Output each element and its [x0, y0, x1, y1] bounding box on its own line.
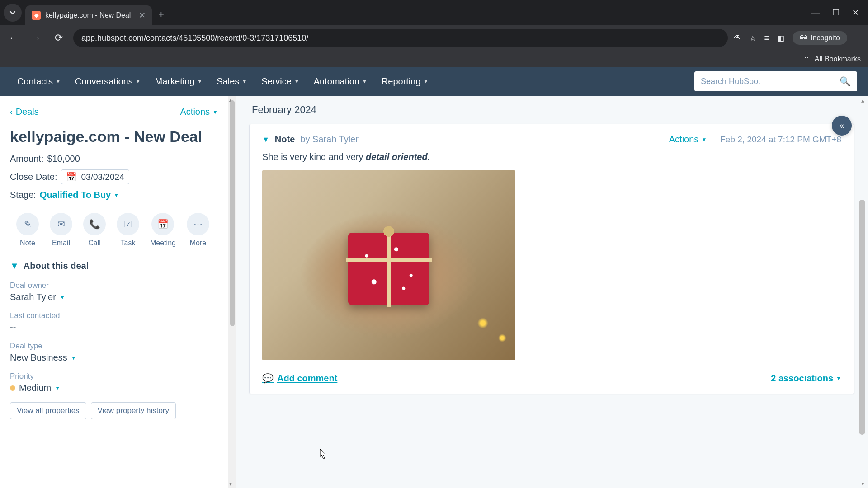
deal-actions-dropdown[interactable]: Actions ▼ — [180, 107, 218, 117]
nav-contacts[interactable]: Contacts▼ — [11, 73, 67, 90]
chevron-down-icon: ▼ — [362, 79, 367, 84]
deal-sidebar: ‹ Deals Actions ▼ kellypaige.com - New D… — [0, 96, 228, 488]
incognito-icon: 🕶 — [800, 34, 807, 42]
add-comment-link[interactable]: 💬 Add comment — [262, 373, 337, 384]
bookmark-star-icon[interactable]: ☆ — [750, 34, 756, 42]
scroll-down-icon: ▾ — [861, 480, 864, 487]
prop-label-lastcontacted: Last contacted — [10, 311, 218, 320]
chevron-down-icon: ▼ — [836, 375, 841, 381]
deal-amount: Amount: $10,000 — [10, 154, 218, 164]
search-icon[interactable]: 🔍 — [840, 76, 851, 87]
note-actions-dropdown[interactable]: Actions ▼ — [669, 134, 707, 145]
nav-service[interactable]: Service▼ — [255, 73, 306, 90]
tab-title: kellypaige.com - New Deal — [45, 11, 134, 19]
nav-automation[interactable]: Automation▼ — [307, 73, 373, 90]
nav-conversations[interactable]: Conversations▼ — [69, 73, 147, 90]
prop-value-lastcontacted: -- — [10, 322, 218, 333]
note-timestamp: Feb 2, 2024 at 7:12 PM GMT+8 — [720, 135, 841, 145]
app-navbar: Contacts▼ Conversations▼ Marketing▼ Sale… — [0, 67, 868, 96]
search-input[interactable] — [701, 77, 840, 86]
close-window-icon[interactable]: ✕ — [852, 8, 859, 18]
action-call[interactable]: 📞Call — [83, 213, 106, 247]
incognito-badge[interactable]: 🕶 Incognito — [793, 31, 847, 45]
action-more[interactable]: ⋯More — [187, 213, 209, 247]
minimize-icon[interactable]: — — [811, 8, 820, 18]
forward-button[interactable]: → — [28, 32, 44, 44]
collapse-panel-button[interactable]: « — [832, 116, 852, 136]
chevron-down-icon — [9, 9, 16, 16]
chevron-down-icon: ▼ — [71, 355, 76, 361]
prop-value-dealtype[interactable]: New Business▼ — [10, 352, 218, 363]
browser-menu-icon[interactable]: ⋮ — [855, 34, 863, 42]
note-type-label: Note — [275, 134, 295, 145]
month-header: February 2024 — [252, 104, 854, 116]
chevron-down-icon: ▼ — [212, 109, 218, 115]
deal-title: kellypaige.com - New Deal — [10, 128, 218, 145]
task-icon: ☑ — [124, 219, 132, 230]
playlist-icon[interactable]: ≡ — [764, 33, 769, 43]
chevron-down-icon: ▼ — [294, 79, 299, 84]
priority-dot-icon — [10, 385, 15, 391]
browser-tab[interactable]: ◆ kellypaige.com - New Deal ✕ — [25, 5, 152, 25]
all-bookmarks-link[interactable]: All Bookmarks — [815, 55, 861, 63]
maximize-icon[interactable]: ☐ — [832, 8, 840, 18]
scroll-down-icon: ▾ — [229, 481, 232, 487]
hubspot-favicon: ◆ — [32, 11, 41, 20]
chevron-down-icon: ▼ — [136, 79, 141, 84]
back-to-deals[interactable]: ‹ Deals — [10, 107, 39, 117]
view-property-history-button[interactable]: View property history — [91, 402, 176, 419]
deal-stage: Stage: Qualified To Buy ▼ — [10, 190, 218, 200]
close-tab-icon[interactable]: ✕ — [139, 10, 146, 20]
address-bar[interactable]: app.hubspot.com/contacts/45105500/record… — [73, 29, 728, 47]
nav-sales[interactable]: Sales▼ — [210, 73, 253, 90]
view-all-properties-button[interactable]: View all properties — [10, 402, 86, 419]
prop-label-priority: Priority — [10, 372, 218, 381]
chevron-down-icon: ▼ — [242, 79, 247, 84]
chevron-left-icon: ‹ — [10, 107, 13, 117]
action-note[interactable]: ✎Note — [16, 213, 39, 247]
nav-reporting[interactable]: Reporting▼ — [375, 73, 435, 90]
more-icon: ⋯ — [193, 219, 203, 230]
eye-off-icon[interactable]: 👁 — [734, 34, 741, 42]
action-task[interactable]: ☑Task — [117, 213, 139, 247]
folder-icon: 🗀 — [804, 55, 811, 63]
stage-dropdown[interactable]: Qualified To Buy ▼ — [40, 190, 119, 200]
prop-value-owner[interactable]: Sarah Tyler▼ — [10, 292, 218, 302]
nav-marketing[interactable]: Marketing▼ — [149, 73, 209, 90]
chevron-down-icon: ▼ — [10, 261, 19, 271]
scrollbar-thumb[interactable] — [859, 200, 865, 435]
chevron-down-icon: ▼ — [60, 294, 65, 300]
action-email[interactable]: ✉Email — [50, 213, 72, 247]
prop-value-priority[interactable]: Medium▼ — [10, 383, 218, 393]
tab-search-button[interactable] — [4, 4, 22, 22]
calendar-icon: 📅 — [157, 219, 169, 230]
note-author: by Sarah Tyler — [300, 134, 359, 145]
prop-label-dealtype: Deal type — [10, 342, 218, 351]
reload-button[interactable]: ⟳ — [51, 32, 67, 44]
scroll-up-icon: ▴ — [861, 97, 864, 104]
note-card: ▼ Note by Sarah Tyler Actions ▼ Feb 2, 2… — [249, 124, 854, 394]
search-box[interactable]: 🔍 — [694, 71, 857, 91]
chevron-down-icon: ▼ — [424, 79, 429, 84]
action-meeting[interactable]: 📅Meeting — [150, 213, 176, 247]
about-section-header[interactable]: ▼ About this deal — [10, 261, 218, 271]
note-attachment-image[interactable] — [262, 170, 515, 360]
chevron-down-icon: ▼ — [113, 192, 119, 198]
prop-label-owner: Deal owner — [10, 281, 218, 290]
sidebar-scrollbar[interactable]: ▴ ▾ — [228, 96, 236, 488]
collapse-note-icon[interactable]: ▼ — [262, 136, 269, 144]
incognito-label: Incognito — [811, 34, 840, 42]
back-button[interactable]: ← — [5, 32, 22, 44]
window-controls: — ☐ ✕ — [811, 8, 864, 18]
chevron-down-icon: ▼ — [197, 79, 202, 84]
deal-close-date: Close Date: 📅 03/03/2024 — [10, 169, 218, 184]
chevron-down-icon: ▼ — [56, 79, 61, 84]
bookmarks-bar: 🗀 All Bookmarks — [0, 51, 868, 67]
associations-dropdown[interactable]: 2 associations ▼ — [771, 373, 841, 384]
scrollbar-thumb[interactable] — [230, 100, 235, 326]
side-panel-icon[interactable]: ◧ — [778, 34, 784, 42]
main-scrollbar[interactable]: ▴ ▾ — [858, 96, 866, 488]
email-icon: ✉ — [57, 219, 65, 230]
close-date-input[interactable]: 📅 03/03/2024 — [61, 169, 129, 184]
new-tab-button[interactable]: + — [158, 9, 164, 20]
